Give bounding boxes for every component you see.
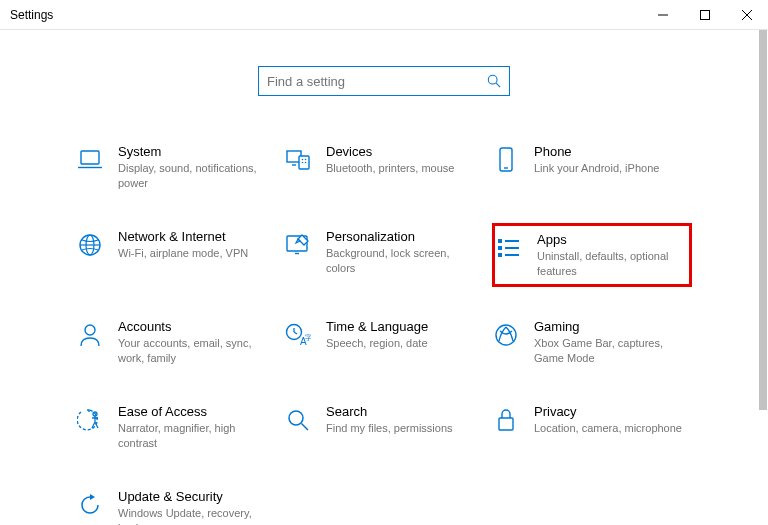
titlebar: Settings — [0, 0, 768, 30]
tile-title: Apps — [537, 232, 685, 247]
maximize-button[interactable] — [684, 0, 726, 30]
tile-title: Search — [326, 404, 480, 419]
tile-desc: Find my files, permissions — [326, 421, 480, 436]
window-controls — [642, 0, 768, 30]
tile-text: Network & Internet Wi-Fi, airplane mode,… — [118, 229, 272, 261]
tile-title: Network & Internet — [118, 229, 272, 244]
tile-text: Search Find my files, permissions — [326, 404, 480, 436]
svg-point-36 — [289, 411, 303, 425]
svg-rect-22 — [498, 239, 502, 243]
tile-desc: Wi-Fi, airplane mode, VPN — [118, 246, 272, 261]
tile-title: Phone — [534, 144, 688, 159]
svg-line-31 — [294, 332, 297, 334]
tile-desc: Your accounts, email, sync, work, family — [118, 336, 272, 366]
lock-icon — [492, 406, 520, 434]
search-container — [0, 66, 768, 96]
window-title: Settings — [10, 8, 642, 22]
tile-text: Apps Uninstall, defaults, optional featu… — [537, 232, 685, 279]
devices-icon — [284, 146, 312, 174]
tile-title: Personalization — [326, 229, 480, 244]
tile-system[interactable]: System Display, sound, notifications, po… — [76, 138, 276, 197]
update-icon — [76, 491, 104, 519]
person-icon — [76, 321, 104, 349]
phone-icon — [492, 146, 520, 174]
tile-phone[interactable]: Phone Link your Android, iPhone — [492, 138, 692, 197]
ease-of-access-icon — [76, 406, 104, 434]
tile-title: Privacy — [534, 404, 688, 419]
settings-grid: System Display, sound, notifications, po… — [0, 138, 768, 525]
svg-point-28 — [85, 325, 95, 335]
tile-title: Ease of Access — [118, 404, 272, 419]
tile-title: Accounts — [118, 319, 272, 334]
search-box[interactable] — [258, 66, 510, 96]
svg-rect-38 — [499, 418, 513, 430]
tile-accounts[interactable]: Accounts Your accounts, email, sync, wor… — [76, 313, 276, 372]
tile-text: Privacy Location, camera, microphone — [534, 404, 688, 436]
tile-text: Time & Language Speech, region, date — [326, 319, 480, 351]
tile-text: Gaming Xbox Game Bar, captures, Game Mod… — [534, 319, 688, 366]
tile-update-security[interactable]: Update & Security Windows Update, recove… — [76, 483, 276, 525]
apps-list-icon — [495, 234, 523, 262]
tile-ease-of-access[interactable]: Ease of Access Narrator, magnifier, high… — [76, 398, 276, 457]
tile-text: Update & Security Windows Update, recove… — [118, 489, 272, 525]
svg-point-34 — [496, 325, 516, 345]
tile-gaming[interactable]: Gaming Xbox Game Bar, captures, Game Mod… — [492, 313, 692, 372]
content-area: System Display, sound, notifications, po… — [0, 30, 768, 525]
tile-text: System Display, sound, notifications, po… — [118, 144, 272, 191]
tile-time-language[interactable]: A字 Time & Language Speech, region, date — [284, 313, 484, 372]
scrollbar-thumb[interactable] — [759, 30, 767, 410]
tile-desc: Background, lock screen, colors — [326, 246, 480, 276]
tile-title: System — [118, 144, 272, 159]
tile-apps[interactable]: Apps Uninstall, defaults, optional featu… — [492, 223, 692, 288]
magnifier-icon — [284, 406, 312, 434]
gaming-icon — [492, 321, 520, 349]
svg-rect-24 — [498, 253, 502, 257]
svg-line-5 — [496, 83, 500, 87]
svg-point-12 — [302, 162, 304, 164]
tile-desc: Narrator, magnifier, high contrast — [118, 421, 272, 451]
tile-text: Devices Bluetooth, printers, mouse — [326, 144, 480, 176]
tile-text: Ease of Access Narrator, magnifier, high… — [118, 404, 272, 451]
tile-desc: Speech, region, date — [326, 336, 480, 351]
tile-search[interactable]: Search Find my files, permissions — [284, 398, 484, 457]
tile-desc: Xbox Game Bar, captures, Game Mode — [534, 336, 688, 366]
tile-desc: Windows Update, recovery, backup — [118, 506, 272, 525]
tile-title: Gaming — [534, 319, 688, 334]
tile-text: Phone Link your Android, iPhone — [534, 144, 688, 176]
globe-icon — [76, 231, 104, 259]
svg-line-37 — [302, 424, 309, 431]
tile-desc: Display, sound, notifications, power — [118, 161, 272, 191]
tile-title: Devices — [326, 144, 480, 159]
tile-desc: Link your Android, iPhone — [534, 161, 688, 176]
tile-devices[interactable]: Devices Bluetooth, printers, mouse — [284, 138, 484, 197]
time-language-icon: A字 — [284, 321, 312, 349]
svg-rect-9 — [299, 156, 309, 169]
tile-personalization[interactable]: Personalization Background, lock screen,… — [284, 223, 484, 288]
scrollbar[interactable] — [756, 30, 768, 525]
close-button[interactable] — [726, 0, 768, 30]
tile-desc: Location, camera, microphone — [534, 421, 688, 436]
paintbrush-icon — [284, 231, 312, 259]
svg-rect-23 — [498, 246, 502, 250]
tile-network[interactable]: Network & Internet Wi-Fi, airplane mode,… — [76, 223, 276, 288]
svg-point-13 — [305, 162, 307, 164]
tile-text: Accounts Your accounts, email, sync, wor… — [118, 319, 272, 366]
tile-title: Update & Security — [118, 489, 272, 504]
svg-rect-6 — [81, 151, 99, 164]
tile-title: Time & Language — [326, 319, 480, 334]
svg-rect-1 — [701, 10, 710, 19]
tile-text: Personalization Background, lock screen,… — [326, 229, 480, 276]
svg-point-10 — [302, 159, 304, 161]
search-input[interactable] — [267, 74, 487, 89]
svg-point-11 — [305, 159, 307, 161]
minimize-button[interactable] — [642, 0, 684, 30]
laptop-icon — [76, 146, 104, 174]
tile-privacy[interactable]: Privacy Location, camera, microphone — [492, 398, 692, 457]
tile-desc: Bluetooth, printers, mouse — [326, 161, 480, 176]
search-icon — [487, 74, 501, 88]
svg-point-4 — [488, 75, 497, 84]
tile-desc: Uninstall, defaults, optional features — [537, 249, 685, 279]
svg-text:字: 字 — [305, 334, 311, 341]
